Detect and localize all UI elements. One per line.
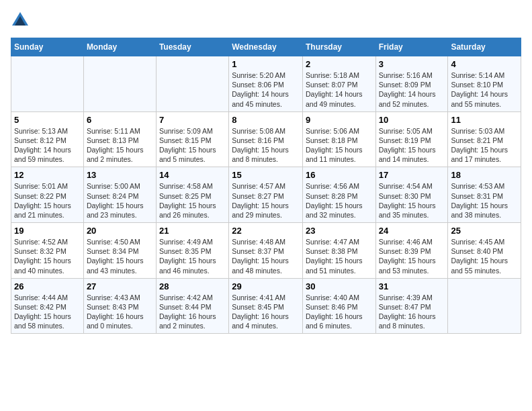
calendar-week-row: 12Sunrise: 5:01 AM Sunset: 8:22 PM Dayli…: [11, 167, 521, 223]
day-info: Sunrise: 4:58 AM Sunset: 8:25 PM Dayligh…: [159, 181, 226, 220]
calendar-cell: [448, 278, 521, 334]
calendar-cell: 30Sunrise: 4:40 AM Sunset: 8:46 PM Dayli…: [302, 278, 375, 334]
logo-icon: [11, 11, 30, 30]
calendar-cell: 24Sunrise: 4:46 AM Sunset: 8:39 PM Dayli…: [375, 223, 448, 279]
day-info: Sunrise: 4:40 AM Sunset: 8:46 PM Dayligh…: [306, 293, 373, 331]
calendar-cell: 14Sunrise: 4:58 AM Sunset: 8:25 PM Dayli…: [156, 167, 228, 223]
day-info: Sunrise: 5:00 AM Sunset: 8:24 PM Dayligh…: [87, 181, 153, 220]
calendar-cell: 18Sunrise: 4:53 AM Sunset: 8:31 PM Dayli…: [448, 167, 521, 223]
day-info: Sunrise: 4:54 AM Sunset: 8:30 PM Dayligh…: [379, 181, 445, 220]
calendar-cell: [156, 56, 228, 112]
day-number: 17: [379, 170, 445, 180]
calendar-week-row: 19Sunrise: 4:52 AM Sunset: 8:32 PM Dayli…: [11, 223, 521, 279]
calendar-cell: 21Sunrise: 4:49 AM Sunset: 8:35 PM Dayli…: [156, 223, 228, 279]
day-info: Sunrise: 5:14 AM Sunset: 8:10 PM Dayligh…: [451, 71, 518, 109]
day-number: 9: [306, 115, 373, 125]
day-info: Sunrise: 5:03 AM Sunset: 8:21 PM Dayligh…: [451, 126, 518, 165]
day-number: 19: [14, 226, 81, 236]
calendar-cell: 31Sunrise: 4:39 AM Sunset: 8:47 PM Dayli…: [375, 278, 448, 334]
calendar-cell: 10Sunrise: 5:05 AM Sunset: 8:19 PM Dayli…: [375, 111, 448, 167]
day-number: 10: [379, 115, 445, 125]
calendar-cell: 11Sunrise: 5:03 AM Sunset: 8:21 PM Dayli…: [448, 111, 521, 167]
col-header-thursday: Thursday: [302, 38, 375, 56]
day-number: 23: [306, 226, 373, 236]
day-info: Sunrise: 4:50 AM Sunset: 8:34 PM Dayligh…: [87, 237, 153, 275]
calendar-cell: 5Sunrise: 5:13 AM Sunset: 8:12 PM Daylig…: [11, 111, 84, 167]
day-info: Sunrise: 4:41 AM Sunset: 8:45 PM Dayligh…: [232, 293, 300, 331]
day-number: 1: [232, 59, 300, 69]
calendar-cell: 19Sunrise: 4:52 AM Sunset: 8:32 PM Dayli…: [11, 223, 84, 279]
day-number: 21: [159, 226, 226, 236]
calendar-cell: 17Sunrise: 4:54 AM Sunset: 8:30 PM Dayli…: [375, 167, 448, 223]
day-number: 5: [14, 115, 81, 125]
calendar-week-row: 26Sunrise: 4:44 AM Sunset: 8:42 PM Dayli…: [11, 278, 521, 334]
day-number: 8: [232, 115, 300, 125]
day-number: 30: [306, 281, 373, 291]
calendar-cell: 25Sunrise: 4:45 AM Sunset: 8:40 PM Dayli…: [448, 223, 521, 279]
day-number: 25: [451, 226, 518, 236]
day-info: Sunrise: 5:09 AM Sunset: 8:15 PM Dayligh…: [159, 126, 226, 165]
calendar-cell: 8Sunrise: 5:08 AM Sunset: 8:16 PM Daylig…: [229, 111, 303, 167]
calendar-cell: [11, 56, 84, 112]
calendar-cell: 28Sunrise: 4:42 AM Sunset: 8:44 PM Dayli…: [156, 278, 228, 334]
calendar-cell: 15Sunrise: 4:57 AM Sunset: 8:27 PM Dayli…: [229, 167, 303, 223]
day-info: Sunrise: 4:44 AM Sunset: 8:42 PM Dayligh…: [14, 293, 81, 331]
calendar-cell: 29Sunrise: 4:41 AM Sunset: 8:45 PM Dayli…: [229, 278, 303, 334]
calendar-cell: 27Sunrise: 4:43 AM Sunset: 8:43 PM Dayli…: [83, 278, 156, 334]
day-info: Sunrise: 4:56 AM Sunset: 8:28 PM Dayligh…: [306, 181, 373, 220]
calendar-cell: 3Sunrise: 5:16 AM Sunset: 8:09 PM Daylig…: [375, 56, 448, 112]
calendar-header-row: SundayMondayTuesdayWednesdayThursdayFrid…: [11, 38, 521, 56]
calendar-week-row: 1Sunrise: 5:20 AM Sunset: 8:06 PM Daylig…: [11, 56, 521, 112]
day-number: 27: [87, 281, 153, 291]
day-number: 4: [451, 59, 518, 69]
calendar-cell: [83, 56, 156, 112]
day-number: 2: [306, 59, 373, 69]
calendar-cell: 4Sunrise: 5:14 AM Sunset: 8:10 PM Daylig…: [448, 56, 521, 112]
calendar-cell: 1Sunrise: 5:20 AM Sunset: 8:06 PM Daylig…: [229, 56, 303, 112]
day-info: Sunrise: 4:48 AM Sunset: 8:37 PM Dayligh…: [232, 237, 300, 275]
calendar-week-row: 5Sunrise: 5:13 AM Sunset: 8:12 PM Daylig…: [11, 111, 521, 167]
calendar-cell: 12Sunrise: 5:01 AM Sunset: 8:22 PM Dayli…: [11, 167, 84, 223]
day-number: 18: [451, 170, 518, 180]
header: [11, 11, 521, 30]
calendar-cell: 13Sunrise: 5:00 AM Sunset: 8:24 PM Dayli…: [83, 167, 156, 223]
col-header-wednesday: Wednesday: [229, 38, 303, 56]
day-info: Sunrise: 5:06 AM Sunset: 8:18 PM Dayligh…: [306, 126, 373, 165]
day-number: 26: [14, 281, 81, 291]
calendar-cell: 6Sunrise: 5:11 AM Sunset: 8:13 PM Daylig…: [83, 111, 156, 167]
logo: [11, 11, 32, 30]
calendar-cell: 26Sunrise: 4:44 AM Sunset: 8:42 PM Dayli…: [11, 278, 84, 334]
day-number: 14: [159, 170, 226, 180]
day-info: Sunrise: 5:11 AM Sunset: 8:13 PM Dayligh…: [87, 126, 153, 165]
day-info: Sunrise: 5:20 AM Sunset: 8:06 PM Dayligh…: [232, 71, 300, 109]
calendar-cell: 20Sunrise: 4:50 AM Sunset: 8:34 PM Dayli…: [83, 223, 156, 279]
day-info: Sunrise: 4:49 AM Sunset: 8:35 PM Dayligh…: [159, 237, 226, 275]
day-info: Sunrise: 4:52 AM Sunset: 8:32 PM Dayligh…: [14, 237, 81, 275]
day-info: Sunrise: 4:47 AM Sunset: 8:38 PM Dayligh…: [306, 237, 373, 275]
day-number: 28: [159, 281, 226, 291]
day-number: 3: [379, 59, 445, 69]
col-header-friday: Friday: [375, 38, 448, 56]
day-info: Sunrise: 4:42 AM Sunset: 8:44 PM Dayligh…: [159, 293, 226, 331]
day-number: 7: [159, 115, 226, 125]
day-info: Sunrise: 5:01 AM Sunset: 8:22 PM Dayligh…: [14, 181, 81, 220]
day-info: Sunrise: 5:18 AM Sunset: 8:07 PM Dayligh…: [306, 71, 373, 109]
col-header-sunday: Sunday: [11, 38, 84, 56]
col-header-saturday: Saturday: [448, 38, 521, 56]
day-info: Sunrise: 4:46 AM Sunset: 8:39 PM Dayligh…: [379, 237, 445, 275]
day-info: Sunrise: 4:57 AM Sunset: 8:27 PM Dayligh…: [232, 181, 300, 220]
calendar-cell: 2Sunrise: 5:18 AM Sunset: 8:07 PM Daylig…: [302, 56, 375, 112]
calendar-cell: 16Sunrise: 4:56 AM Sunset: 8:28 PM Dayli…: [302, 167, 375, 223]
day-info: Sunrise: 5:05 AM Sunset: 8:19 PM Dayligh…: [379, 126, 445, 165]
day-info: Sunrise: 4:45 AM Sunset: 8:40 PM Dayligh…: [451, 237, 518, 275]
day-info: Sunrise: 4:53 AM Sunset: 8:31 PM Dayligh…: [451, 181, 518, 220]
calendar-cell: 22Sunrise: 4:48 AM Sunset: 8:37 PM Dayli…: [229, 223, 303, 279]
day-number: 16: [306, 170, 373, 180]
day-info: Sunrise: 5:08 AM Sunset: 8:16 PM Dayligh…: [232, 126, 300, 165]
day-number: 20: [87, 226, 153, 236]
calendar-table: SundayMondayTuesdayWednesdayThursdayFrid…: [11, 38, 521, 334]
day-number: 24: [379, 226, 445, 236]
calendar-cell: 23Sunrise: 4:47 AM Sunset: 8:38 PM Dayli…: [302, 223, 375, 279]
day-number: 13: [87, 170, 153, 180]
day-info: Sunrise: 4:43 AM Sunset: 8:43 PM Dayligh…: [87, 293, 153, 331]
